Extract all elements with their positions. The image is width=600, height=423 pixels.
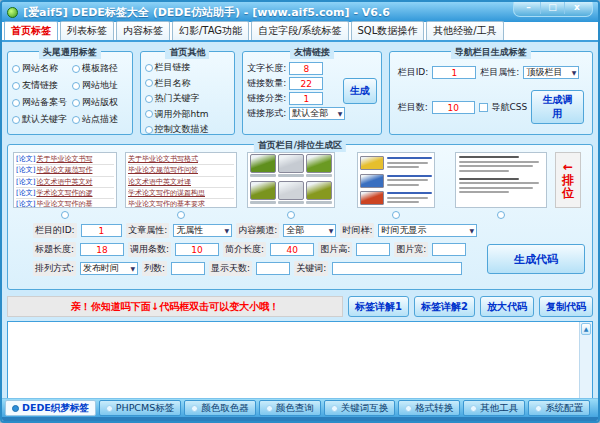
radio-option-网站地址[interactable]: 网站地址 — [72, 79, 128, 92]
bottom-tab-其他工具[interactable]: 其他工具 — [463, 400, 525, 416]
article-link[interactable]: [论文]学术论文写作的逻 — [16, 188, 114, 199]
radio-icon — [72, 116, 80, 124]
bottom-tab-PHPCMS标签[interactable]: PHPCMS标签 — [99, 400, 181, 416]
style-2-radio[interactable] — [177, 211, 185, 219]
article-attr-select[interactable]: 无属性 ▼ — [173, 224, 232, 237]
radio-option-栏目链接[interactable]: 栏目链接 — [145, 61, 231, 74]
radio-option-调用外部htm[interactable]: 调用外部htm — [145, 108, 231, 121]
radio-option-热门关键字[interactable]: 热门关键字 — [145, 92, 231, 105]
form-row-3: 排列方式: 发布时间 ▼ 列数: 显示天数: 关键词: — [33, 261, 477, 276]
field-input[interactable]: 22 — [289, 77, 323, 90]
time-style-select[interactable]: 时间无显示 ▼ — [378, 224, 477, 237]
generate-friend-links-button[interactable]: 生成 — [343, 78, 377, 104]
bottom-tab-DEDE织梦标签[interactable]: DEDE织梦标签 — [5, 400, 96, 416]
content-channel-select[interactable]: 全部 ▼ — [283, 224, 336, 237]
radio-option-网站名称[interactable]: 网站名称 — [12, 62, 70, 75]
bottom-tab-系统配置[interactable]: 系统配置 — [528, 400, 590, 416]
title-length-input[interactable]: 18 — [80, 243, 124, 256]
text-line — [459, 170, 509, 172]
article-link[interactable]: [论文]毕业论文规范写作 — [16, 165, 114, 176]
button-复制代码[interactable]: 复制代码 — [539, 296, 593, 317]
show-days-input[interactable] — [256, 262, 290, 275]
code-output[interactable] — [8, 322, 592, 406]
bottom-tab-label: 关键词互换 — [341, 402, 389, 415]
generate-code-button[interactable]: 生成代码 — [487, 244, 585, 274]
column-count-input[interactable]: 10 — [432, 101, 475, 114]
tab-其他经验/工具[interactable]: 其他经验/工具 — [426, 21, 503, 40]
field-input[interactable]: 1 — [289, 92, 323, 105]
radio-option-网站备案号[interactable]: 网站备案号 — [12, 96, 70, 109]
article-title: 毕业论文写作的基 — [36, 200, 92, 208]
column-of-id-input[interactable]: 1 — [81, 224, 123, 237]
tip-text: 亲！你知道吗下面↓代码框双击可以变大小哦！ — [7, 296, 343, 317]
article-link[interactable]: 论文术语中英文对译 — [128, 177, 234, 188]
article-link[interactable]: [论文]论文术语中英文对 — [16, 177, 114, 188]
column-id-input[interactable]: 1 — [432, 66, 476, 79]
image-width-input[interactable] — [432, 243, 466, 256]
style-5-radio[interactable] — [497, 211, 505, 219]
radio-icon — [12, 65, 20, 73]
style-3-radio[interactable] — [287, 211, 295, 219]
column-count-label: 栏目数: — [398, 101, 428, 114]
radio-option-控制文数描述[interactable]: 控制文数描述 — [145, 123, 231, 136]
tab-自定字段/系统标签[interactable]: 自定字段/系统标签 — [251, 21, 348, 40]
columns-label: 列数: — [142, 261, 167, 276]
generate-nav-call-button[interactable]: 生成调用 — [531, 90, 584, 124]
call-rows-input[interactable]: 10 — [175, 243, 219, 256]
maximize-button[interactable]: □ — [541, 2, 565, 14]
category-prefix: [论文] — [16, 178, 35, 186]
tab-首页标签[interactable]: 首页标签 — [4, 21, 58, 40]
tab-内容标签[interactable]: 内容标签 — [116, 21, 170, 40]
bottom-tab-颜色查询[interactable]: 颜色查询 — [259, 400, 321, 416]
image-height-input[interactable] — [356, 243, 390, 256]
button-标签详解2[interactable]: 标签详解2 — [414, 296, 475, 317]
bottom-tab-关键词互换[interactable]: 关键词互换 — [324, 400, 396, 416]
text-block — [459, 156, 543, 172]
article-title: 关于毕业论文书写格式 — [128, 155, 198, 163]
tab-列表标签[interactable]: 列表标签 — [60, 21, 114, 40]
desc-length-input[interactable]: 40 — [270, 243, 314, 256]
article-link[interactable]: 毕业论文规范写作问答 — [128, 165, 234, 176]
radio-option-友情链接[interactable]: 友情链接 — [12, 79, 70, 92]
radio-label: 网站地址 — [82, 79, 118, 92]
column-attr-select[interactable]: 顶级栏目 ▼ — [523, 66, 579, 79]
radio-option-默认关键字[interactable]: 默认关键字 — [12, 113, 70, 126]
title-bar[interactable]: [爱aif5] DEDE标签大全 (DEDE仿站助手) - [www.aif5.… — [2, 2, 598, 22]
code-scrollbar[interactable]: ▲ — [579, 322, 592, 406]
radio-icon — [72, 99, 80, 107]
content-channel-value: 全部 — [286, 224, 304, 237]
preview-image-grid — [247, 152, 335, 208]
style-4-radio[interactable] — [392, 211, 400, 219]
nav-css-checkbox[interactable] — [479, 103, 488, 112]
tab-SQL数据操作[interactable]: SQL数据操作 — [351, 21, 425, 40]
button-放大代码[interactable]: 放大代码 — [480, 296, 534, 317]
car-image — [278, 154, 304, 173]
content-channel-label: 内容频道: — [236, 223, 279, 238]
radio-option-栏目名称[interactable]: 栏目名称 — [145, 77, 231, 90]
close-button[interactable]: x — [565, 2, 589, 14]
button-标签详解1[interactable]: 标签详解1 — [348, 296, 409, 317]
article-link[interactable]: 学术论文写作的谋篇构思 — [128, 188, 234, 199]
bottom-tab-格式转换[interactable]: 格式转换 — [398, 400, 460, 416]
radio-option-站点描述[interactable]: 站点描述 — [72, 113, 128, 126]
article-link[interactable]: 关于毕业论文书写格式 — [128, 154, 234, 165]
columns-input[interactable] — [171, 262, 205, 275]
scroll-up-icon[interactable]: ▲ — [581, 323, 591, 335]
style-1-radio[interactable] — [61, 211, 69, 219]
article-link[interactable]: [论文]关于毕业论文书写 — [16, 154, 114, 165]
tab-幻影/TAG功能[interactable]: 幻影/TAG功能 — [172, 21, 249, 40]
article-title: 学术论文写作的逻 — [36, 189, 92, 197]
field-input[interactable]: 8 — [289, 62, 323, 75]
order-select[interactable]: 发布时间 ▼ — [80, 262, 138, 275]
article-link[interactable]: [论文]毕业论文写作的基 — [16, 199, 114, 208]
bottom-tab-颜色取色器[interactable]: 颜色取色器 — [184, 400, 256, 416]
link-type-select[interactable]: 默认全部 ▼ — [289, 107, 345, 120]
radio-option-模板路径[interactable]: 模板路径 — [72, 62, 128, 75]
radio-option-网站版权[interactable]: 网站版权 — [72, 96, 128, 109]
preview-list-plain: 关于毕业论文书写格式毕业论文规范写作问答论文术语中英文对译学术论文写作的谋篇构思… — [125, 152, 237, 208]
keyword-input[interactable] — [332, 262, 462, 275]
minimize-button[interactable]: – — [517, 2, 541, 14]
article-link[interactable]: 毕业论文写作的基本要求 — [128, 199, 234, 208]
chevron-down-icon: ▼ — [329, 227, 334, 234]
image-height-label: 图片高: — [318, 242, 352, 257]
